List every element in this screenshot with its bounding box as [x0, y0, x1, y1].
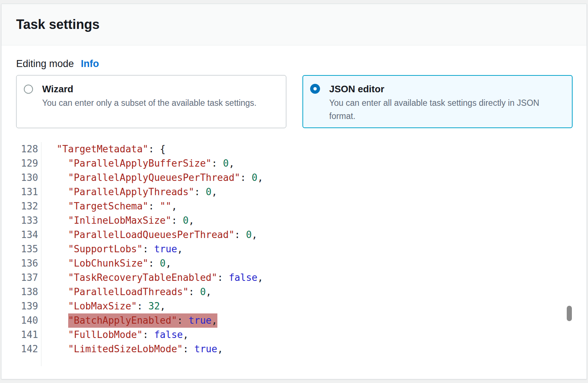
- line-number: 136: [16, 256, 41, 271]
- code-line: 130 "ParallelApplyQueuesPerThread": 0,: [16, 171, 573, 185]
- code-line-content: "TaskRecoveryTableEnabled": false,: [41, 271, 263, 285]
- line-number: 133: [16, 213, 41, 228]
- code-lines: 128 "TargetMetadata": {129 "ParallelAppl…: [16, 142, 573, 356]
- code-line: 141 "FullLobMode": false,: [16, 328, 573, 342]
- editing-mode-tiles: Wizard You can enter only a subset of th…: [16, 75, 573, 128]
- container-header: Task settings: [1, 4, 587, 45]
- tile-title: Wizard: [42, 83, 257, 95]
- line-number: 138: [16, 285, 41, 299]
- code-line: 135 "SupportLobs": true,: [16, 242, 573, 256]
- line-number: 135: [16, 242, 41, 256]
- tile-title: JSON editor: [329, 83, 539, 95]
- tile-description-line: format.: [329, 109, 539, 123]
- code-line-content: "TargetMetadata": {: [41, 142, 166, 156]
- code-line: 132 "TargetSchema": "",: [16, 199, 573, 213]
- line-number: 132: [16, 199, 41, 213]
- tile-json-editor[interactable]: JSON editor You can enter all available …: [302, 75, 573, 128]
- code-line: 142 "LimitedSizeLobMode": true,: [16, 342, 573, 356]
- line-number: 129: [16, 156, 41, 171]
- code-line-content: "TargetSchema": "",: [41, 199, 177, 213]
- tile-description-line: You can enter all available task setting…: [329, 96, 539, 109]
- code-line-content: "ParallelApplyThreads": 0,: [41, 185, 217, 199]
- code-line-content: "LobChunkSize": 0,: [41, 256, 171, 271]
- search-highlight: "BatchApplyEnabled": true,: [68, 313, 217, 328]
- code-line-content: "ParallelApplyQueuesPerThread": 0,: [41, 171, 263, 185]
- line-number: 139: [16, 299, 41, 313]
- code-line-content: "ParallelLoadQueuesPerThread": 0,: [41, 228, 257, 242]
- tile-description: You can enter all available task setting…: [329, 96, 539, 123]
- code-line-content: "LimitedSizeLobMode": true,: [41, 342, 223, 356]
- code-line: 129 "ParallelApplyBufferSize": 0,: [16, 156, 573, 171]
- json-code-editor[interactable]: 128 "TargetMetadata": {129 "ParallelAppl…: [16, 142, 573, 366]
- code-line-content: "SupportLobs": true,: [41, 242, 183, 256]
- code-line: 138 "ParallelLoadThreads": 0,: [16, 285, 573, 299]
- code-line-content: "LobMaxSize": 32,: [41, 299, 166, 313]
- code-line: 140 "BatchApplyEnabled": true,: [16, 313, 573, 328]
- line-number: 128: [16, 142, 41, 156]
- info-link[interactable]: Info: [81, 59, 99, 69]
- radio-unselected-icon[interactable]: [24, 85, 33, 94]
- code-line-content: "BatchApplyEnabled": true,: [41, 313, 217, 328]
- line-number: 130: [16, 171, 41, 185]
- tile-wizard[interactable]: Wizard You can enter only a subset of th…: [16, 75, 286, 128]
- container-body: Editing mode Info Wizard You can enter o…: [1, 45, 587, 366]
- code-line: 134 "ParallelLoadQueuesPerThread": 0,: [16, 228, 573, 242]
- code-line: 133 "InlineLobMaxSize": 0,: [16, 213, 573, 228]
- code-line: 139 "LobMaxSize": 32,: [16, 299, 573, 313]
- line-number: 131: [16, 185, 41, 199]
- code-line: 131 "ParallelApplyThreads": 0,: [16, 185, 573, 199]
- line-number: 134: [16, 228, 41, 242]
- scrollbar-thumb[interactable]: [567, 306, 572, 321]
- line-number: 137: [16, 271, 41, 285]
- code-line-content: "InlineLobMaxSize": 0,: [41, 213, 194, 228]
- code-line-content: "ParallelApplyBufferSize": 0,: [41, 156, 235, 171]
- line-number: 142: [16, 342, 41, 356]
- radio-selected-icon[interactable]: [310, 84, 320, 94]
- tile-wizard-content: Wizard You can enter only a subset of th…: [42, 83, 257, 120]
- code-line-content: "FullLobMode": false,: [41, 328, 188, 342]
- code-line: 137 "TaskRecoveryTableEnabled": false,: [16, 271, 573, 285]
- editing-mode-label: Editing mode: [16, 59, 74, 69]
- page-title: Task settings: [16, 16, 572, 33]
- code-line: 136 "LobChunkSize": 0,: [16, 256, 573, 271]
- line-number: 141: [16, 328, 41, 342]
- code-line-content: "ParallelLoadThreads": 0,: [41, 285, 212, 299]
- line-number: 140: [16, 313, 41, 328]
- task-settings-container: Task settings Editing mode Info Wizard Y…: [1, 4, 587, 379]
- tile-json-editor-content: JSON editor You can enter all available …: [329, 83, 539, 120]
- tile-description: You can enter only a subset of the avail…: [42, 96, 257, 109]
- code-line: 128 "TargetMetadata": {: [16, 142, 573, 156]
- editing-mode-label-row: Editing mode Info: [16, 59, 572, 69]
